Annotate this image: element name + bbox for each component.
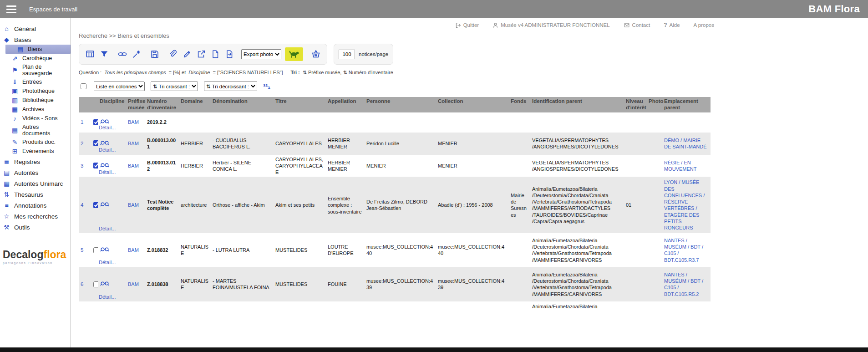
row-checkbox[interactable] bbox=[93, 119, 98, 125]
sidebar-item-autres-documents[interactable]: ▤Autres documents bbox=[0, 123, 71, 138]
detail-link[interactable]: Détail... bbox=[99, 169, 116, 175]
user-account-link[interactable]: Musée v4 ADMINISTRATEUR FONCTIONNEL bbox=[492, 22, 609, 28]
sort-order-icon[interactable]: ³²₁ bbox=[263, 83, 270, 90]
view-mode-select[interactable]: Liste en colonnes bbox=[94, 82, 145, 91]
column-header-emplacement: Emplacement parent bbox=[662, 97, 711, 112]
page-size-box: notices/page bbox=[334, 44, 393, 65]
sidebar-item-bases[interactable]: ◆Bases bbox=[0, 35, 71, 45]
sidebar-item-produits-doc-[interactable]: ✎Produits doc. bbox=[0, 138, 71, 147]
sidebar-item-plan-de-sauvegarde[interactable]: ⚑Plan de sauvegarde bbox=[0, 63, 71, 77]
wand-icon[interactable] bbox=[130, 48, 143, 60]
row-number-link[interactable]: 3 bbox=[81, 163, 83, 168]
sidebar-item-entr-es[interactable]: ⇓Entrées bbox=[0, 77, 71, 87]
cell-titre: CARYOPHYLLALES, CARYOPHYLLACEAE bbox=[274, 155, 326, 177]
sidebar-item-mes-recherches[interactable]: ☆Mes recherches bbox=[0, 211, 71, 221]
cell-personne bbox=[365, 112, 436, 133]
sidebar-item-autorit-s[interactable]: ▤Autorités bbox=[0, 168, 71, 178]
link-icon[interactable] bbox=[116, 48, 129, 60]
documents-icon: ▤ bbox=[11, 127, 19, 134]
row-number-link[interactable]: 2 bbox=[81, 141, 83, 146]
row-checkbox[interactable] bbox=[93, 202, 98, 208]
cell-appellation: HERBIER MENIER bbox=[326, 155, 365, 177]
cell-appellation: HERBIER MENIER bbox=[326, 133, 365, 155]
cell-fonds bbox=[509, 267, 530, 301]
cell-appellation bbox=[326, 301, 365, 311]
table-row: 2 Détail...BAMB.000013.001HERBIER- CUCUB… bbox=[79, 133, 711, 155]
column-header-titre: Titre bbox=[274, 97, 326, 112]
cell-collection bbox=[436, 301, 509, 311]
cell-collection bbox=[436, 112, 509, 133]
row-number-link[interactable]: 4 bbox=[81, 202, 83, 208]
species-export-button[interactable] bbox=[285, 47, 303, 61]
sidebar-item-caroth-que[interactable]: ⇗Carothèque bbox=[0, 54, 71, 63]
attachment-icon[interactable] bbox=[167, 48, 179, 60]
prefixe-link[interactable]: BAM bbox=[128, 281, 139, 287]
emplacement-link[interactable]: RÉGIE / EN MOUVEMENT bbox=[664, 160, 697, 172]
edit-icon[interactable] bbox=[181, 48, 193, 60]
cell-photo bbox=[647, 177, 662, 233]
emplacement-link[interactable]: DÉMO / MAIRIE DE SAINT-MANDÉ bbox=[664, 138, 707, 149]
document-icon[interactable] bbox=[209, 48, 222, 60]
sidebar-item-ev-nements[interactable]: ⊞Evènements bbox=[0, 147, 71, 156]
row-checkbox[interactable] bbox=[93, 163, 98, 168]
cell-collection: MENIER bbox=[436, 155, 509, 177]
prefixe-link[interactable]: BAM bbox=[128, 163, 139, 168]
sort-desc-select[interactable]: ⇅ Tri décroissant : bbox=[204, 82, 257, 91]
basket-icon[interactable] bbox=[310, 48, 322, 60]
row-checkbox[interactable] bbox=[93, 247, 98, 253]
aide-link[interactable]: ? Aide bbox=[664, 22, 680, 28]
cell-photo bbox=[647, 155, 662, 177]
cell-collection: MENIER bbox=[436, 133, 509, 155]
emplacement-link[interactable]: NANTES / MUSÉUM / BDT / C105 / BDT.C105.… bbox=[664, 238, 703, 263]
sidebar-item-registres[interactable]: ≣Registres bbox=[0, 157, 71, 167]
sidebar-item-annotations[interactable]: ≡Annotations bbox=[0, 200, 71, 210]
prefixe-link[interactable]: BAM bbox=[128, 202, 139, 208]
list-columns-icon[interactable] bbox=[84, 48, 96, 60]
sidebar-item-archives[interactable]: ▦Archives bbox=[0, 105, 71, 114]
cell-niveau bbox=[624, 133, 647, 155]
row-checkbox[interactable] bbox=[93, 281, 98, 287]
sidebar-item-label: Plan de sauvegarde bbox=[22, 64, 68, 77]
detail-link[interactable]: Détail... bbox=[99, 294, 116, 300]
row-checkbox[interactable] bbox=[93, 140, 98, 146]
emplacement-link[interactable]: LYON / MUSÉE DES CONFLUENCES / RÉSERVE V… bbox=[664, 179, 705, 230]
cell-row-number bbox=[79, 301, 90, 311]
sort-asc-select[interactable]: ⇅ Tri croissant : bbox=[151, 82, 198, 91]
save-icon[interactable] bbox=[148, 48, 161, 60]
contact-link[interactable]: Contact bbox=[624, 22, 650, 28]
row-number-link[interactable]: 5 bbox=[81, 247, 83, 253]
menu-icon[interactable] bbox=[6, 5, 16, 13]
sidebar-item-g-n-ral[interactable]: ⌂Général bbox=[0, 24, 71, 34]
detail-link[interactable]: Détail... bbox=[99, 147, 116, 153]
cell-numero: Z.018838 bbox=[145, 267, 179, 301]
export-photo-select[interactable]: Export photo bbox=[241, 49, 281, 59]
quitter-link[interactable]: Quitter bbox=[455, 22, 479, 28]
query-label: Question : bbox=[79, 70, 102, 75]
sidebar-item-thesaurus[interactable]: ⇅Thesaurus bbox=[0, 189, 71, 199]
cell-row-number: 2 bbox=[79, 133, 90, 155]
sidebar-item-phototh-que[interactable]: ▣Photothèque bbox=[0, 87, 71, 96]
sidebar-item-biens[interactable]: ▤Biens bbox=[5, 45, 71, 54]
sidebar-item-label: Bibliothèque bbox=[22, 97, 54, 103]
page-size-input[interactable] bbox=[339, 50, 355, 59]
prefixe-link[interactable]: BAM bbox=[128, 247, 139, 253]
logo-tagline: partageons l'innovation bbox=[3, 261, 71, 265]
document-export-icon[interactable] bbox=[223, 48, 236, 60]
detail-link[interactable]: Détail... bbox=[99, 225, 116, 232]
filter-icon[interactable] bbox=[98, 48, 111, 60]
sidebar-item-vid-os-sons[interactable]: ♪Vidéos - Sons bbox=[0, 114, 71, 123]
prefixe-link[interactable]: BAM bbox=[128, 119, 139, 125]
external-link-icon[interactable] bbox=[195, 48, 208, 60]
emplacement-link[interactable]: NANTES / MUSÉUM / BDT / C105 / BDT.C105.… bbox=[664, 272, 703, 297]
apropos-link[interactable]: A propos bbox=[694, 22, 714, 28]
row-number-link[interactable]: 6 bbox=[81, 281, 83, 287]
row-number-link[interactable]: 1 bbox=[81, 119, 83, 125]
detail-link[interactable]: Détail... bbox=[99, 259, 116, 265]
unimarc-icon: ▦ bbox=[3, 180, 10, 187]
sidebar-item-outils[interactable]: ⚒Outils bbox=[0, 222, 71, 232]
detail-link[interactable]: Détail... bbox=[99, 124, 116, 131]
prefixe-link[interactable]: BAM bbox=[128, 141, 139, 146]
sidebar-item-biblioth-que[interactable]: ▥Bibliothèque bbox=[0, 96, 71, 105]
select-all-checkbox[interactable] bbox=[81, 83, 86, 89]
sidebar-item-autorit-s-unimarc[interactable]: ▦Autorités Unimarc bbox=[0, 179, 71, 189]
